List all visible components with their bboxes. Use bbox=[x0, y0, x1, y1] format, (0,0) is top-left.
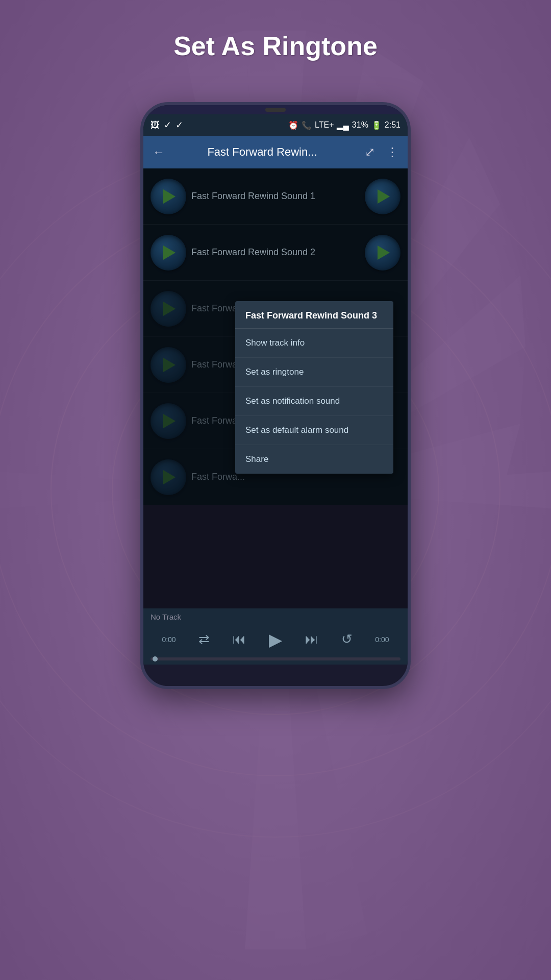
app-bar-title: Fast Forward Rewin... bbox=[174, 145, 350, 159]
track-list-wrapper: Fast Forward Rewind Sound 1 Fast Forward… bbox=[143, 168, 408, 608]
share-button[interactable]: ⤢ bbox=[363, 143, 377, 161]
bottom-controls: 0:00 ⇄ ⏮ ▶ ⏭ ↺ 0:00 bbox=[151, 623, 400, 655]
shuffle-button[interactable]: ⇄ bbox=[198, 631, 210, 647]
status-icons-right: ⏰ 📞 LTE+ ▂▄ 31% 🔋 2:51 bbox=[288, 120, 400, 130]
phone-icon: 📞 bbox=[302, 120, 312, 130]
more-button[interactable]: ⋮ bbox=[384, 143, 400, 161]
check-icon-1: ✓ bbox=[164, 119, 171, 131]
phone-top bbox=[143, 105, 408, 114]
page-title: Set As Ringtone bbox=[173, 31, 378, 61]
play-pause-button[interactable]: ▶ bbox=[269, 629, 282, 650]
bottom-track-info: No Track bbox=[151, 612, 400, 621]
context-set-notification-sound[interactable]: Set as notification sound bbox=[235, 387, 393, 416]
context-set-alarm-sound[interactable]: Set as default alarm sound bbox=[235, 416, 393, 445]
prev-button[interactable]: ⏮ bbox=[233, 631, 246, 647]
repeat-button[interactable]: ↺ bbox=[341, 631, 353, 647]
status-bar: 🖼 ✓ ✓ ⏰ 📞 LTE+ ▂▄ 31% 🔋 2:51 bbox=[143, 114, 408, 136]
lte-label: LTE+ bbox=[315, 120, 334, 130]
context-share[interactable]: Share bbox=[235, 445, 393, 474]
progress-indicator bbox=[153, 656, 158, 662]
check-icon-2: ✓ bbox=[176, 119, 183, 131]
signal-icon: ▂▄ bbox=[337, 120, 348, 130]
context-set-as-ringtone[interactable]: Set as ringtone bbox=[235, 358, 393, 387]
context-show-track-info[interactable]: Show track info bbox=[235, 329, 393, 358]
battery-icon: 🔋 bbox=[371, 120, 382, 130]
status-icons-left: 🖼 ✓ ✓ bbox=[151, 119, 183, 131]
phone-frame: 🖼 ✓ ✓ ⏰ 📞 LTE+ ▂▄ 31% 🔋 2:51 ← Fast Forw… bbox=[140, 102, 411, 689]
time-display: 2:51 bbox=[385, 120, 400, 130]
next-button[interactable]: ⏭ bbox=[305, 631, 318, 647]
context-menu: Fast Forward Rewind Sound 3 Show track i… bbox=[235, 301, 393, 474]
time-left: 0:00 bbox=[162, 635, 176, 644]
battery-percent: 31% bbox=[352, 120, 368, 130]
alarm-icon: ⏰ bbox=[288, 120, 298, 130]
back-button[interactable]: ← bbox=[151, 143, 167, 161]
context-menu-title: Fast Forward Rewind Sound 3 bbox=[235, 301, 393, 329]
progress-bar[interactable] bbox=[151, 657, 400, 660]
time-right: 0:00 bbox=[375, 635, 389, 644]
phone-camera bbox=[265, 108, 286, 112]
app-bar: ← Fast Forward Rewin... ⤢ ⋮ bbox=[143, 136, 408, 168]
bottom-bar: No Track 0:00 ⇄ ⏮ ▶ ⏭ ↺ 0:00 bbox=[143, 608, 408, 665]
image-icon: 🖼 bbox=[151, 120, 160, 131]
